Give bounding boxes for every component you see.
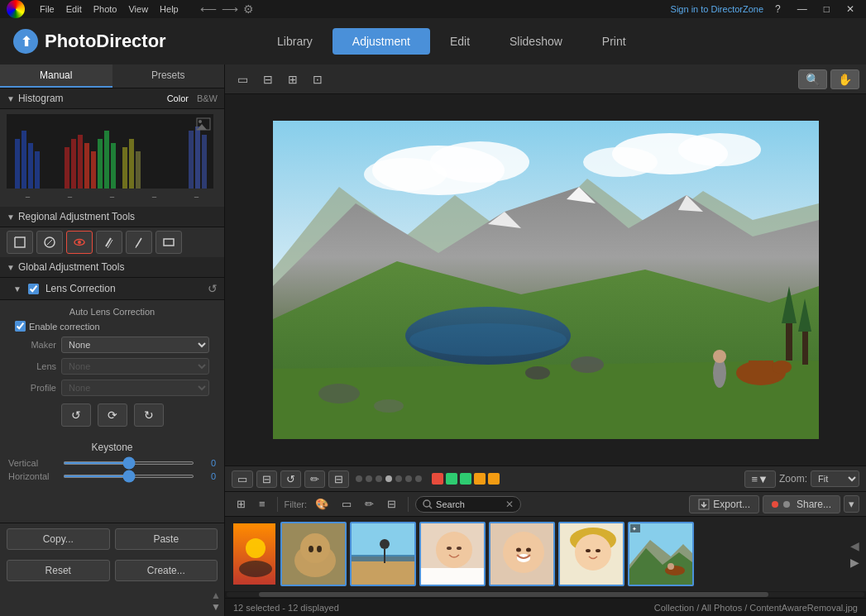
menu-edit[interactable]: Edit [61, 2, 87, 16]
regional-tools-header[interactable]: ▼ Regional Adjustment Tools [0, 207, 224, 227]
filmstrip-scrollbar[interactable] [225, 591, 866, 598]
zoom-select[interactable]: Fit 25% 50% 75% 100% 200% [811, 470, 859, 487]
hist-minus-4[interactable]: − [151, 192, 156, 202]
scrollbar-thumb[interactable] [259, 592, 769, 597]
hist-minus-3[interactable]: − [109, 192, 114, 202]
edit-mode-btn[interactable]: ✏ [304, 470, 325, 488]
close-btn[interactable]: ✕ [841, 3, 859, 15]
help-btn[interactable]: ? [770, 3, 786, 15]
menu-file[interactable]: File [35, 2, 60, 16]
color-red[interactable] [432, 473, 443, 485]
flag-btn[interactable]: ⊟ [328, 470, 349, 488]
maximize-btn[interactable]: □ [819, 3, 835, 15]
filmstrip-scroll-right[interactable]: ▶ [850, 556, 859, 569]
share-dropdown-btn[interactable]: ▾ [844, 495, 859, 513]
tab-adjustment[interactable]: Adjustment [333, 28, 430, 55]
color-orange-2[interactable] [488, 473, 500, 485]
reset-btn[interactable]: Reset [7, 560, 110, 581]
undo-btn[interactable]: ⟵ [200, 2, 217, 16]
filmstrip-thumb-woman-laugh[interactable] [489, 522, 555, 586]
filter-color-btn[interactable]: 🎨 [310, 495, 333, 513]
fullscreen-btn[interactable]: ⊡ [307, 69, 328, 89]
copy-btn[interactable]: Copy... [7, 528, 110, 550]
dot-4[interactable] [385, 475, 392, 482]
brush-tool-btn[interactable] [96, 231, 122, 254]
pan-btn[interactable]: ✋ [830, 69, 859, 89]
lens-action-1[interactable]: ↺ [61, 404, 91, 427]
tab-print[interactable]: Print [582, 28, 646, 55]
filter-flag-btn[interactable]: ▭ [337, 495, 356, 513]
paste-btn[interactable]: Paste [115, 528, 218, 550]
maker-select[interactable]: None [61, 337, 209, 353]
filmstrip-thumb-mountain[interactable]: ✦ [628, 522, 694, 586]
hist-minus-2[interactable]: − [67, 192, 72, 202]
menu-view[interactable]: View [123, 2, 153, 16]
sign-in-link[interactable]: Sign in to DirectorZone [671, 4, 764, 14]
redo-btn[interactable]: ⟶ [222, 2, 238, 16]
zoom-fit-btn[interactable]: 🔍 [798, 69, 827, 89]
menu-help[interactable]: Help [155, 2, 184, 16]
filmstrip-scroll-left[interactable]: ◀ [850, 539, 859, 552]
search-clear-btn[interactable]: ✕ [505, 499, 514, 510]
global-tools-header[interactable]: ▼ Global Adjustment Tools [0, 257, 224, 278]
lens-action-3[interactable]: ↻ [134, 404, 164, 427]
gradient-tool-btn[interactable] [36, 231, 63, 254]
grid-view-btn[interactable]: ⊞ [282, 69, 304, 89]
histogram-bw-btn[interactable]: B&W [197, 93, 218, 103]
export-btn[interactable]: Export... [689, 495, 759, 513]
menu-photo[interactable]: Photo [89, 2, 122, 16]
dot-7[interactable] [415, 475, 422, 482]
sort-btn[interactable]: ≡▼ [744, 470, 776, 488]
lens-action-2[interactable]: ⟳ [98, 404, 127, 427]
rect-tool-btn[interactable] [155, 231, 182, 254]
scroll-up-arrow[interactable]: ▲ [211, 590, 221, 601]
histogram-color-btn[interactable]: Color [167, 93, 189, 103]
lens-select[interactable]: None [61, 358, 209, 375]
enable-correction-checkbox[interactable] [15, 321, 26, 332]
share-btn[interactable]: Share... [763, 495, 840, 513]
filmstrip-thumb-sunset[interactable] [232, 522, 277, 586]
filter-edit-btn[interactable]: ✏ [360, 495, 379, 513]
filter-rect-btn[interactable]: ⊟ [382, 495, 401, 513]
view-mode-1-btn[interactable]: ▭ [232, 470, 253, 488]
settings-btn[interactable]: ⚙ [243, 2, 254, 16]
minimize-btn[interactable]: — [792, 3, 812, 15]
dot-3[interactable] [376, 475, 382, 482]
rotate-btn[interactable]: ↺ [280, 470, 301, 488]
filmstrip-thumb-beach[interactable] [350, 522, 416, 586]
lens-correction-checkbox[interactable] [28, 284, 39, 294]
view-mode-2-btn[interactable]: ⊟ [256, 470, 277, 488]
comparison-view-btn[interactable]: ⊟ [257, 69, 279, 89]
lens-reset-icon[interactable]: ↺ [208, 282, 218, 295]
search-input[interactable] [436, 499, 502, 509]
color-green-1[interactable] [446, 473, 457, 485]
scroll-down-arrow[interactable]: ▼ [211, 601, 221, 613]
tab-slideshow[interactable]: Slideshow [490, 28, 582, 55]
select-tool-btn[interactable] [7, 231, 33, 254]
tab-library[interactable]: Library [257, 28, 333, 55]
color-green-2[interactable] [460, 473, 471, 485]
single-view-btn[interactable]: ▭ [232, 69, 254, 89]
dot-1[interactable] [356, 475, 362, 482]
tab-edit[interactable]: Edit [430, 28, 490, 55]
filmstrip-thumb-woman-smile[interactable] [419, 522, 486, 586]
hist-minus-5[interactable]: − [194, 192, 199, 202]
eye-tool-btn[interactable] [66, 231, 93, 254]
horizontal-slider[interactable] [63, 475, 194, 478]
filmstrip-thumb-cat[interactable] [280, 522, 347, 586]
filmstrip-list-btn[interactable]: ≡ [254, 495, 270, 513]
dot-2[interactable] [366, 475, 372, 482]
lens-correction-header[interactable]: ▼ Lens Correction ↺ [0, 278, 224, 300]
pen-tool-btn[interactable] [126, 231, 152, 254]
dot-5[interactable] [395, 475, 402, 482]
tab-presets[interactable]: Presets [112, 64, 225, 88]
tab-manual[interactable]: Manual [0, 64, 112, 88]
profile-select[interactable]: None [61, 380, 209, 396]
create-btn[interactable]: Create... [115, 560, 218, 581]
filmstrip-grid-btn[interactable]: ⊞ [232, 495, 251, 513]
dot-6[interactable] [405, 475, 412, 482]
hist-minus-1[interactable]: − [25, 192, 30, 202]
histogram-header[interactable]: ▼ Histogram Color B&W [0, 88, 224, 109]
vertical-slider[interactable] [63, 461, 194, 465]
filmstrip-thumb-woman-blonde[interactable] [558, 522, 624, 586]
